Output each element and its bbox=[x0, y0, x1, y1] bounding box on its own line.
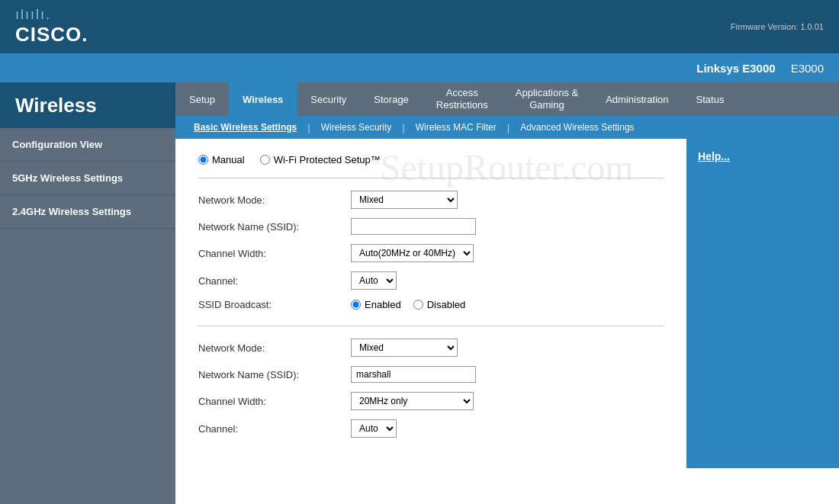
subtab-basic-wireless[interactable]: Basic Wireless Settings bbox=[183, 122, 307, 133]
cisco-name: CISCO. bbox=[15, 23, 88, 46]
radio-manual[interactable]: Manual bbox=[198, 154, 245, 165]
firmware-info: Firmware Version: 1.0.01 bbox=[731, 22, 824, 31]
subtab-advanced-wireless[interactable]: Advanced Wireless Settings bbox=[510, 122, 645, 133]
5ghz-network-name-row: Network Name (SSID): bbox=[198, 218, 664, 235]
content-area: Setup Wireless Security Storage AccessRe… bbox=[175, 82, 839, 504]
2ghz-network-name-label: Network Name (SSID): bbox=[198, 369, 351, 380]
form-help-container: SetupRouter.com Manual Wi-Fi Protected S… bbox=[175, 139, 839, 468]
2ghz-channel-width-label: Channel Width: bbox=[198, 396, 351, 407]
subtab-wireless-security[interactable]: Wireless Security bbox=[310, 122, 403, 133]
2ghz-channel-width-row: Channel Width: 20MHz only Auto(20MHz or … bbox=[198, 392, 664, 410]
2ghz-network-mode-select[interactable]: Mixed Wireless-B Only Wireless-G Only Wi… bbox=[351, 339, 458, 357]
5ghz-channel-width-row: Channel Width: Auto(20MHz or 40MHz) 20MH… bbox=[198, 244, 664, 262]
5ghz-network-name-control bbox=[351, 218, 476, 235]
tab-status[interactable]: Status bbox=[683, 82, 738, 116]
subtab-wireless-mac-filter[interactable]: Wireless MAC Filter bbox=[405, 122, 507, 133]
2ghz-network-name-control bbox=[351, 366, 476, 383]
5ghz-ssid-broadcast-label: SSID Broadcast: bbox=[198, 299, 351, 310]
device-model: E3000 bbox=[791, 62, 824, 75]
5ghz-channel-width-control: Auto(20MHz or 40MHz) 20MHz only 40MHz on… bbox=[351, 244, 474, 262]
page-header: ılıılı. CISCO. Firmware Version: 1.0.01 bbox=[0, 0, 839, 53]
radio-manual-label: Manual bbox=[212, 154, 245, 165]
main-container: Wireless Configuration View 5GHz Wireles… bbox=[0, 82, 839, 504]
5ghz-network-mode-select[interactable]: Mixed Wireless-A Only Wireless-N Only Di… bbox=[351, 191, 458, 209]
nav-top: Linksys E3000 E3000 bbox=[0, 53, 839, 82]
2ghz-channel-label: Channel: bbox=[198, 423, 351, 435]
2ghz-network-mode-control: Mixed Wireless-B Only Wireless-G Only Wi… bbox=[351, 339, 458, 357]
5ghz-ssid-disabled-label[interactable]: Disabled bbox=[413, 299, 466, 310]
5ghz-channel-control: Auto bbox=[351, 271, 397, 290]
section-divider-1 bbox=[198, 178, 664, 178]
section-divider-2 bbox=[198, 326, 664, 326]
form-area: SetupRouter.com Manual Wi-Fi Protected S… bbox=[175, 139, 686, 468]
cisco-logo: ılıılı. CISCO. bbox=[15, 7, 88, 47]
2ghz-network-name-row: Network Name (SSID): bbox=[198, 366, 664, 383]
5ghz-channel-label: Channel: bbox=[198, 275, 351, 287]
device-name: Linksys E3000 bbox=[696, 62, 775, 75]
2ghz-section: Network Mode: Mixed Wireless-B Only Wire… bbox=[198, 339, 664, 438]
tab-storage[interactable]: Storage bbox=[360, 82, 423, 116]
5ghz-ssid-broadcast-control: Enabled Disabled bbox=[351, 299, 465, 310]
5ghz-ssid-disabled-text: Disabled bbox=[427, 299, 466, 310]
help-link[interactable]: Help... bbox=[698, 150, 730, 162]
5ghz-network-mode-control: Mixed Wireless-A Only Wireless-N Only Di… bbox=[351, 191, 458, 209]
5ghz-ssid-broadcast-row: SSID Broadcast: Enabled Disabled bbox=[198, 299, 664, 310]
radio-wps[interactable]: Wi-Fi Protected Setup™ bbox=[260, 154, 381, 165]
2ghz-channel-width-select[interactable]: 20MHz only Auto(20MHz or 40MHz) 40MHz on… bbox=[351, 392, 474, 410]
tab-setup[interactable]: Setup bbox=[175, 82, 229, 116]
cisco-bars: ılıılı. bbox=[15, 7, 88, 23]
5ghz-network-name-label: Network Name (SSID): bbox=[198, 221, 351, 233]
tab-administration[interactable]: Administration bbox=[592, 82, 682, 116]
watermark: SetupRouter.com bbox=[381, 146, 634, 188]
5ghz-network-mode-row: Network Mode: Mixed Wireless-A Only Wire… bbox=[198, 191, 664, 209]
5ghz-ssid-input[interactable] bbox=[351, 218, 476, 235]
5ghz-channel-select[interactable]: Auto bbox=[351, 271, 397, 290]
radio-manual-input[interactable] bbox=[198, 155, 208, 165]
5ghz-section: Network Mode: Mixed Wireless-A Only Wire… bbox=[198, 191, 664, 310]
5ghz-network-mode-label: Network Mode: bbox=[198, 194, 351, 206]
sidebar-item-2ghz[interactable]: 2.4GHz Wireless Settings bbox=[0, 195, 175, 229]
sidebar-title: Wireless bbox=[0, 82, 175, 128]
2ghz-network-mode-label: Network Mode: bbox=[198, 342, 351, 354]
5ghz-ssid-disabled-radio[interactable] bbox=[413, 300, 423, 310]
sidebar-item-configuration-view[interactable]: Configuration View bbox=[0, 128, 175, 162]
5ghz-ssid-enabled-radio[interactable] bbox=[351, 300, 361, 310]
radio-wps-label: Wi-Fi Protected Setup™ bbox=[274, 154, 381, 165]
subtab-nav: Basic Wireless Settings | Wireless Secur… bbox=[175, 116, 839, 139]
2ghz-ssid-input[interactable] bbox=[351, 366, 476, 383]
tab-applications-gaming[interactable]: Applications &Gaming bbox=[502, 82, 592, 116]
tab-access-restrictions[interactable]: AccessRestrictions bbox=[423, 82, 502, 116]
sidebar: Wireless Configuration View 5GHz Wireles… bbox=[0, 82, 175, 504]
5ghz-channel-width-select[interactable]: Auto(20MHz or 40MHz) 20MHz only 40MHz on… bbox=[351, 244, 474, 262]
tab-security[interactable]: Security bbox=[297, 82, 360, 116]
2ghz-channel-width-control: 20MHz only Auto(20MHz or 40MHz) 40MHz on… bbox=[351, 392, 474, 410]
5ghz-channel-width-label: Channel Width: bbox=[198, 248, 351, 259]
5ghz-ssid-enabled-text: Enabled bbox=[365, 299, 401, 310]
sidebar-item-5ghz[interactable]: 5GHz Wireless Settings bbox=[0, 162, 175, 195]
tab-wireless[interactable]: Wireless bbox=[229, 82, 297, 116]
help-panel: Help... bbox=[686, 139, 839, 468]
2ghz-channel-select[interactable]: Auto bbox=[351, 419, 397, 438]
5ghz-ssid-enabled-label[interactable]: Enabled bbox=[351, 299, 401, 310]
5ghz-channel-row: Channel: Auto bbox=[198, 271, 664, 290]
radio-wps-input[interactable] bbox=[260, 155, 270, 165]
2ghz-channel-row: Channel: Auto bbox=[198, 419, 664, 438]
config-mode-group: Manual Wi-Fi Protected Setup™ bbox=[198, 154, 664, 165]
2ghz-channel-control: Auto bbox=[351, 419, 397, 438]
2ghz-network-mode-row: Network Mode: Mixed Wireless-B Only Wire… bbox=[198, 339, 664, 357]
tab-nav: Setup Wireless Security Storage AccessRe… bbox=[175, 82, 839, 116]
